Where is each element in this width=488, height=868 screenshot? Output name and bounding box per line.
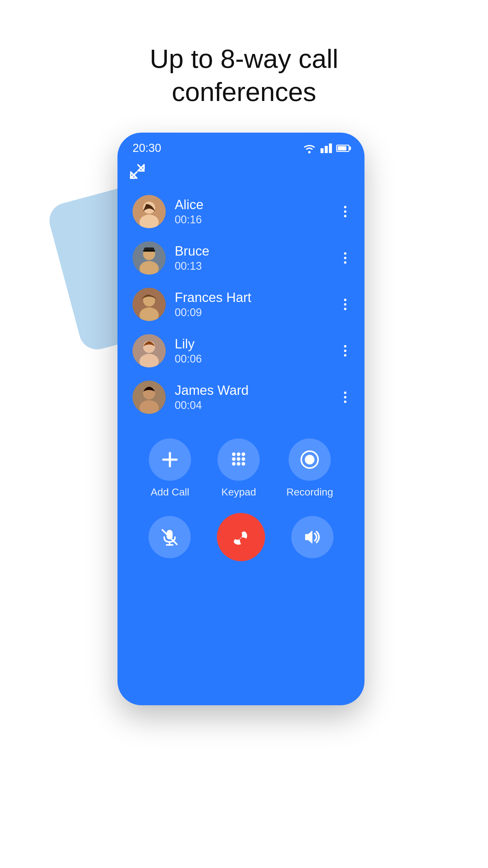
contact-name: James Ward [175,383,332,398]
contact-info: Frances Hart 00:09 [175,290,332,319]
keypad-button[interactable]: Keypad [218,438,260,498]
contact-duration: 00:13 [175,260,332,273]
contacts-list: Alice 00:16 [118,185,364,424]
table-row: Frances Hart 00:09 [118,281,364,328]
recording-label: Recording [287,486,333,498]
speaker-icon [303,527,322,547]
svg-point-37 [232,462,235,466]
svg-point-35 [237,457,240,461]
svg-point-32 [237,453,240,456]
status-bar: 20:30 [118,133,364,158]
contact-name: Bruce [175,244,332,258]
more-options-button[interactable] [341,296,350,313]
battery-icon [336,145,350,152]
avatar [133,195,166,228]
avatar [133,241,166,275]
mute-icon [160,527,179,547]
svg-point-38 [237,462,240,466]
svg-marker-46 [305,530,313,544]
end-call-button[interactable] [217,513,265,561]
contact-name: Frances Hart [175,290,332,305]
contact-duration: 00:06 [175,352,332,365]
avatar [133,288,166,321]
contact-duration: 00:16 [175,213,332,226]
more-options-button[interactable] [341,203,350,220]
svg-rect-19 [143,250,155,252]
contact-duration: 00:04 [175,399,332,412]
keypad-label: Keypad [221,486,256,498]
avatar [133,381,166,414]
add-call-label: Add Call [151,486,190,498]
contact-name: Alice [175,197,332,212]
more-options-button[interactable] [341,249,350,267]
bottom-row [118,504,364,582]
more-options-button[interactable] [341,389,350,406]
status-icons [302,143,350,154]
add-call-button[interactable]: Add Call [149,438,191,498]
headline: Up to 8-way call conferences [150,42,338,108]
contact-name: Lily [175,336,332,351]
contact-info: Bruce 00:13 [175,244,332,273]
svg-point-33 [241,453,245,456]
wifi-icon [302,143,316,154]
phone-frame: 20:30 [118,133,364,705]
svg-point-31 [232,453,235,456]
recording-button[interactable]: Recording [287,438,333,498]
contact-info: Alice 00:16 [175,197,332,226]
table-row: James Ward 00:04 [118,374,364,421]
status-time: 20:30 [133,142,161,155]
svg-point-39 [241,462,245,466]
svg-marker-1 [321,148,324,153]
keypad-icon [229,450,248,469]
headline-line1: Up to 8-way call [150,42,338,75]
contact-info: Lily 00:06 [175,336,332,365]
avatar [133,334,166,367]
action-row: Add Call Keypad [118,424,364,504]
table-row: Lily 00:06 [118,328,364,374]
more-options-button[interactable] [341,342,350,360]
contact-info: James Ward 00:04 [175,383,332,412]
end-call-icon [229,525,253,549]
svg-marker-2 [325,146,328,153]
mute-button[interactable] [149,516,191,558]
record-icon [300,450,319,469]
contact-duration: 00:09 [175,306,332,319]
signal-icon [321,144,332,153]
headline-line2: conferences [150,75,338,108]
table-row: Bruce 00:13 [118,235,364,281]
speaker-button[interactable] [291,516,333,558]
table-row: Alice 00:16 [118,188,364,235]
svg-point-34 [232,457,235,461]
collapse-button[interactable] [118,158,364,185]
svg-point-41 [305,455,315,464]
svg-point-0 [308,151,311,153]
svg-point-36 [241,457,245,461]
svg-marker-3 [329,144,332,153]
